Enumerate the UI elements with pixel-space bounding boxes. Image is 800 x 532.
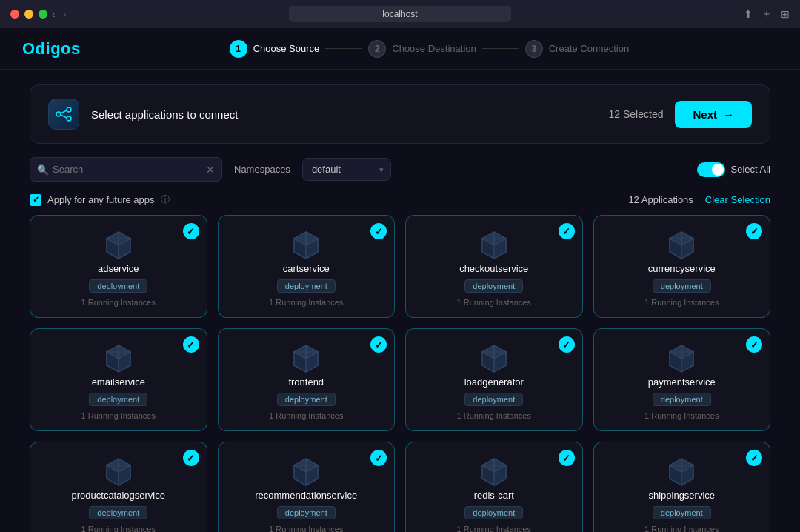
future-apps-label: Apply for any future apps	[47, 194, 155, 205]
app-cube-icon	[101, 341, 136, 376]
namespace-select[interactable]: default	[302, 158, 391, 181]
app-card-name: shippingservice	[648, 490, 715, 501]
app-cube-icon	[288, 341, 324, 376]
checkbox-wrap: ✓ Apply for any future apps ⓘ	[30, 193, 170, 206]
search-icon: 🔍	[37, 164, 49, 175]
app-cube-icon	[101, 227, 136, 263]
toolbar-right: ⬆ ＋ ⊞	[744, 7, 790, 21]
app-card[interactable]: ✓ adservice deployment 1 Running Instanc…	[30, 215, 207, 318]
app-cube-icon	[101, 454, 136, 490]
app-cube-icon	[664, 227, 699, 263]
app-card[interactable]: ✓ loadgenerator deployment 1 Running Ins…	[405, 328, 583, 431]
app-cube-icon	[476, 454, 512, 490]
step-1-num: 1	[230, 40, 247, 58]
minimize-button[interactable]	[24, 10, 33, 19]
card-check-icon: ✓	[559, 336, 575, 353]
stepper: 1 Choose Source 2 Choose Destination 3 C…	[230, 40, 630, 58]
forward-icon[interactable]: ›	[63, 8, 67, 20]
app-card[interactable]: ✓ shippingservice deployment 1 Running I…	[593, 442, 771, 532]
app-cube-icon	[476, 227, 512, 263]
card-check-icon: ✓	[370, 223, 387, 239]
card-check-icon: ✓	[370, 336, 387, 353]
app-card[interactable]: ✓ recommendationservice deployment 1 Run…	[218, 442, 396, 532]
card-check-icon: ✓	[746, 336, 762, 353]
step-connector-1	[325, 48, 362, 49]
app-card-instances: 1 Running Instances	[81, 525, 156, 532]
app-card-badge: deployment	[89, 506, 147, 519]
app-card-badge: deployment	[464, 279, 523, 293]
app-card[interactable]: ✓ currencyservice deployment 1 Running I…	[593, 215, 771, 318]
search-input[interactable]	[30, 157, 222, 182]
filters-row: 🔍 ✕ Namespaces default ▾ Select All	[30, 157, 770, 182]
app-card-name: redis-cart	[474, 490, 514, 501]
app-card[interactable]: ✓ frontend deployment 1 Running Instance…	[218, 328, 396, 431]
app-card-instances: 1 Running Instances	[81, 411, 156, 420]
selection-panel: Select applications to connect 12 Select…	[30, 84, 770, 144]
new-tab-icon[interactable]: ＋	[761, 7, 772, 21]
svg-line-4	[61, 115, 67, 118]
clear-search-icon[interactable]: ✕	[206, 164, 215, 176]
app-card-badge: deployment	[89, 279, 147, 293]
app-count: 12 Applications	[628, 194, 693, 205]
checkmark-icon: ✓	[33, 195, 39, 205]
step-1-label: Choose Source	[253, 43, 320, 54]
app-logo: Odigos	[22, 39, 81, 59]
select-all-wrap: Select All	[697, 162, 770, 177]
app-card-badge: deployment	[277, 506, 336, 519]
app-cube-icon	[664, 454, 699, 490]
step-3-num: 3	[525, 40, 543, 58]
card-check-icon: ✓	[183, 336, 199, 353]
app-card-name: checkoutservice	[459, 263, 528, 274]
app-header: Odigos 1 Choose Source 2 Choose Destinat…	[0, 28, 800, 70]
svg-point-1	[67, 107, 71, 112]
fullscreen-button[interactable]	[39, 10, 47, 19]
next-button[interactable]: Next →	[675, 101, 752, 128]
app-card[interactable]: ✓ cartservice deployment 1 Running Insta…	[218, 215, 396, 318]
app-cube-icon	[664, 341, 699, 376]
app-card-instances: 1 Running Instances	[644, 411, 719, 420]
panel-icon	[48, 99, 79, 130]
url-bar[interactable]: localhost	[289, 6, 511, 22]
future-apps-checkbox[interactable]: ✓	[30, 194, 41, 206]
card-check-icon: ✓	[559, 223, 575, 239]
app: Odigos 1 Choose Source 2 Choose Destinat…	[0, 28, 800, 532]
connect-icon	[55, 105, 73, 123]
back-icon[interactable]: ‹	[52, 8, 56, 20]
namespace-select-wrap: default ▾	[302, 158, 391, 181]
app-card-badge: deployment	[653, 506, 711, 519]
step-3[interactable]: 3 Create Connection	[525, 40, 629, 58]
app-card-badge: deployment	[653, 393, 711, 406]
search-wrap: 🔍 ✕	[30, 157, 222, 182]
panel-right: 12 Selected Next →	[609, 101, 752, 128]
app-card[interactable]: ✓ paymentservice deployment 1 Running In…	[593, 328, 771, 431]
app-card[interactable]: ✓ redis-cart deployment 1 Running Instan…	[405, 442, 583, 532]
info-icon[interactable]: ⓘ	[161, 193, 170, 206]
arrow-right-icon: →	[723, 108, 734, 121]
share-icon[interactable]: ⬆	[744, 8, 753, 20]
svg-point-0	[56, 112, 61, 116]
step-2-num: 2	[368, 40, 386, 58]
app-card-instances: 1 Running Instances	[269, 525, 343, 532]
app-card-instances: 1 Running Instances	[457, 411, 531, 420]
app-card-badge: deployment	[653, 279, 711, 293]
traffic-lights	[10, 10, 47, 19]
app-card-name: loadgenerator	[464, 376, 524, 388]
app-card-name: cartservice	[283, 263, 330, 274]
step-2[interactable]: 2 Choose Destination	[368, 40, 476, 58]
app-cube-icon	[288, 227, 324, 263]
app-card-badge: deployment	[464, 506, 523, 519]
card-check-icon: ✓	[183, 223, 199, 239]
sidebar-icon[interactable]: ⊞	[781, 8, 790, 20]
app-card[interactable]: ✓ checkoutservice deployment 1 Running I…	[405, 215, 583, 318]
step-connector-2	[482, 48, 519, 49]
select-all-toggle[interactable]	[697, 162, 725, 177]
app-card-instances: 1 Running Instances	[269, 411, 343, 420]
step-1[interactable]: 1 Choose Source	[230, 40, 320, 58]
app-card[interactable]: ✓ productcatalogservice deployment 1 Run…	[30, 442, 207, 532]
app-card[interactable]: ✓ emailservice deployment 1 Running Inst…	[30, 328, 207, 431]
app-card-instances: 1 Running Instances	[457, 525, 531, 532]
close-button[interactable]	[10, 10, 19, 19]
app-card-instances: 1 Running Instances	[457, 298, 531, 307]
clear-selection-link[interactable]: Clear Selection	[705, 194, 770, 205]
step-3-label: Create Connection	[549, 43, 629, 54]
